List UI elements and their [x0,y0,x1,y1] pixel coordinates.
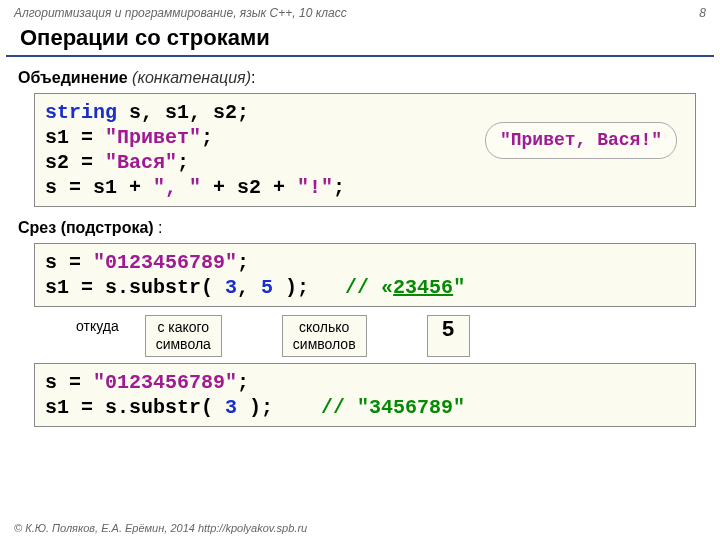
code-block-3: s = "0123456789"; s1 = s.substr( 3 ); //… [34,363,696,427]
annot-result-5: 5 [427,315,470,357]
footer-copyright: © К.Ю. Поляков, Е.А. Ерёмин, 2014 http:/… [14,522,307,534]
code-block-1: string s, s1, s2; s1 = "Привет"; s2 = "В… [34,93,696,207]
annot-from: откуда [70,315,125,357]
section-concat: Объединение (конкатенация): [0,65,720,93]
section-substr: Срез (подстрока) : [0,215,720,243]
section-substr-tail: : [154,219,163,236]
annot-how-many: сколько символов [282,315,367,357]
header-strip: Алгоритмизация и программирование, язык … [0,0,720,23]
result-bubble: "Привет, Вася!" [485,122,677,159]
annot-which-char: с какого символа [145,315,222,357]
course-label: Алгоритмизация и программирование, язык … [14,6,347,20]
annotation-row: откуда с какого символа сколько символов… [60,315,720,357]
section-concat-ital: (конкатенация) [132,69,251,86]
section-concat-tail: : [251,69,255,86]
section-concat-bold: Объединение [18,69,132,86]
section-substr-bold: Срез (подстрока) [18,219,154,236]
page-number: 8 [699,6,706,20]
code-block-2: s = "0123456789"; s1 = s.substr( 3, 5 );… [34,243,696,307]
page-title: Операции со строками [6,23,714,57]
